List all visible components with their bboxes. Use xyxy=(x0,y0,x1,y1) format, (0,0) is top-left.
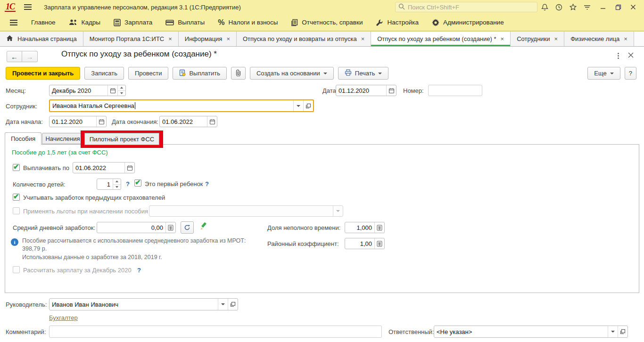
tab-home[interactable]: Начальная страница xyxy=(0,32,83,46)
tab-benefits[interactable]: Пособия xyxy=(5,132,41,145)
first-child-checkbox[interactable] xyxy=(134,179,141,187)
post-button[interactable]: Провести xyxy=(128,67,169,80)
attachments-button[interactable] xyxy=(231,67,246,80)
pay-until-field[interactable]: 01.06.2022 xyxy=(73,162,135,173)
dropdown-chevron-icon[interactable] xyxy=(293,100,303,111)
apply-benefits-label: Применять льготы при начислении пособия xyxy=(23,208,148,215)
menu-item-settings[interactable]: Настройка xyxy=(369,14,425,31)
button-label: Провести xyxy=(135,70,162,77)
calculator-input-icon[interactable] xyxy=(165,222,175,233)
close-form-icon[interactable] xyxy=(627,52,636,60)
region-coef-field[interactable]: 1,00 xyxy=(345,238,385,249)
calculator-input-icon[interactable] xyxy=(374,222,384,233)
menu-label: Кадры xyxy=(82,19,100,26)
pay-until-checkbox[interactable] xyxy=(13,164,20,171)
comment-input[interactable] xyxy=(49,326,382,338)
manager-label: Руководитель: xyxy=(6,301,47,308)
month-field[interactable]: Декабрь 2020 xyxy=(49,85,126,96)
restore-icon[interactable] xyxy=(612,1,624,13)
tab-information[interactable]: Информация× xyxy=(179,32,237,46)
calendar-icon[interactable] xyxy=(124,163,134,173)
print-button[interactable]: Печать xyxy=(338,67,389,80)
tab-accruals[interactable]: Начисления xyxy=(42,133,83,144)
avg-daily-field[interactable]: 0,00 xyxy=(97,222,176,233)
children-count-spinner[interactable] xyxy=(113,179,121,189)
tab-label: Физические лица xyxy=(570,35,619,42)
open-icon[interactable] xyxy=(618,326,627,337)
calc-salary-help-link[interactable]: ? xyxy=(137,267,141,274)
tab-its-monitor[interactable]: Монитор Портала 1С:ИТС× xyxy=(83,32,179,46)
calendar-icon[interactable] xyxy=(96,116,106,127)
menu-item-reports[interactable]: Отчетность, справки xyxy=(284,14,369,31)
global-search[interactable] xyxy=(395,2,537,12)
tab-persons[interactable]: Физические лица× xyxy=(564,32,634,46)
main-menu-icon[interactable] xyxy=(580,1,594,13)
close-tab-icon[interactable]: × xyxy=(168,36,172,42)
tab-label: Сотрудники xyxy=(517,35,550,42)
close-tab-icon[interactable]: × xyxy=(624,36,627,42)
region-coef-label: Районный коэффициент: xyxy=(267,240,339,247)
menu-item-taxes[interactable]: %Налоги и взносы xyxy=(211,14,284,31)
pay-button[interactable]: Выплатить xyxy=(173,67,227,80)
close-tab-icon[interactable]: × xyxy=(226,36,230,42)
open-icon[interactable] xyxy=(303,100,313,111)
favorites-star-icon[interactable] xyxy=(566,1,580,13)
employee-field[interactable]: Иванова Наталья Сергеевна xyxy=(49,99,314,112)
prev-employers-checkbox[interactable] xyxy=(13,194,20,201)
children-count-stepper[interactable]: 1 xyxy=(97,179,121,190)
comment-label: Комментарий: xyxy=(6,328,46,335)
notifications-bell-icon[interactable] xyxy=(537,1,552,13)
forward-button[interactable]: → xyxy=(22,51,38,62)
close-tab-icon[interactable]: × xyxy=(361,36,365,42)
children-help-link[interactable]: ? xyxy=(126,180,130,187)
dropdown-chevron-icon[interactable] xyxy=(218,299,228,310)
home-icon xyxy=(6,35,13,43)
calculator-input-icon[interactable] xyxy=(374,238,384,249)
calendar-icon[interactable] xyxy=(386,85,396,96)
apply-benefits-field xyxy=(149,205,343,217)
more-button[interactable]: Еще xyxy=(587,67,620,80)
paperclip-icon xyxy=(235,69,241,78)
end-date-field[interactable]: 01.06.2022 xyxy=(159,116,217,127)
manager-field[interactable]: Иванов Иван Иванович xyxy=(49,298,238,310)
start-date-field[interactable]: 01.12.2020 xyxy=(49,116,107,127)
part-time-field[interactable]: 1,000 xyxy=(345,222,385,233)
menu-item-staff[interactable]: Кадры xyxy=(62,14,107,31)
tab-employees[interactable]: Сотрудники× xyxy=(511,32,564,46)
edit-pencil-icon[interactable] xyxy=(199,222,208,232)
search-input[interactable] xyxy=(408,4,534,11)
menu-item-payments[interactable]: Выплаты xyxy=(159,14,211,31)
calendar-icon[interactable] xyxy=(107,85,117,96)
month-spinner[interactable] xyxy=(117,85,125,96)
history-icon[interactable] xyxy=(552,1,566,13)
button-label: Провести и закрыть xyxy=(12,70,74,77)
recalculate-button[interactable] xyxy=(181,221,194,234)
tab-leave-list[interactable]: Отпуска по уходу и возвраты из отпуска× xyxy=(237,32,371,46)
date-field[interactable]: 01.12.2020 xyxy=(336,85,396,96)
hamburger-menu-icon[interactable] xyxy=(24,4,32,10)
more-commands-icon[interactable] xyxy=(614,52,622,60)
close-tab-icon[interactable]: × xyxy=(554,36,558,42)
close-tab-icon[interactable]: × xyxy=(501,36,504,42)
post-and-close-button[interactable]: Провести и закрыть xyxy=(6,67,80,80)
close-window-icon[interactable] xyxy=(627,1,639,13)
minimize-icon[interactable] xyxy=(597,1,609,13)
calendar-icon[interactable] xyxy=(207,116,217,127)
accountant-link[interactable]: Бухгалтер xyxy=(49,314,78,321)
menu-item-admin[interactable]: Администрирование xyxy=(425,14,511,31)
help-button[interactable]: ? xyxy=(625,67,636,80)
number-input[interactable] xyxy=(428,85,482,96)
sections-panel-button[interactable] xyxy=(3,14,25,31)
tab-childcare-leave-active[interactable]: Отпуск по уходу за ребенком (создание) *… xyxy=(371,32,511,46)
create-based-on-button[interactable]: Создать на основании xyxy=(250,67,334,80)
menu-item-salary[interactable]: Зарплата xyxy=(107,14,159,31)
first-child-help-link[interactable]: ? xyxy=(205,180,209,187)
tab-fss-pilot[interactable]: Пилотный проект ФСС xyxy=(84,133,159,145)
responsible-field[interactable]: <Не указан> xyxy=(434,326,628,338)
dropdown-chevron-icon[interactable] xyxy=(608,326,618,337)
save-button[interactable]: Записать xyxy=(84,67,124,80)
open-icon[interactable] xyxy=(228,299,238,310)
info-icon: i xyxy=(11,238,18,246)
menu-item-main[interactable]: Главное xyxy=(25,14,62,31)
back-button[interactable]: ← xyxy=(7,51,22,62)
